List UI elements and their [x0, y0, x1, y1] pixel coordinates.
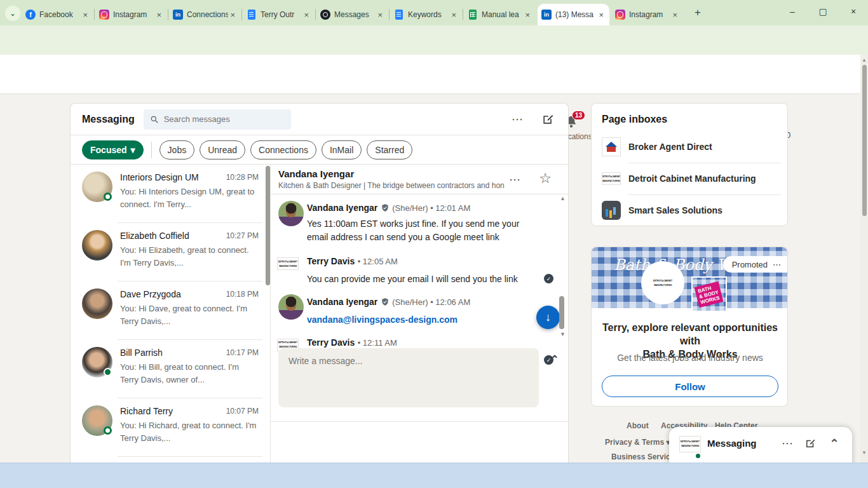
thread-overflow-button[interactable]: ⋯: [505, 170, 525, 190]
divider: [118, 456, 262, 457]
conversation-preview: You: Hi Interiors Design UM, great to co…: [120, 186, 257, 211]
tab-facebook[interactable]: f Facebook ×: [22, 4, 93, 25]
tab-label: Instagram: [629, 10, 670, 19]
thread-scrollbar[interactable]: [559, 296, 564, 329]
promoted-pill: Promoted ⋯: [723, 256, 787, 273]
filter-label: Connections: [259, 145, 308, 155]
tab-close-icon[interactable]: ×: [228, 10, 237, 20]
browser-toolbar: ← → ↻ linkedin.com/messaging/thread/2-OT…: [0, 25, 868, 55]
messages-search-input[interactable]: [164, 114, 278, 124]
thread-scroll-up-icon[interactable]: ▲: [560, 195, 566, 201]
tab-close-icon[interactable]: ×: [523, 10, 532, 20]
conversation-list-scrollbar[interactable]: [266, 166, 270, 285]
tab-close-icon[interactable]: ×: [81, 10, 90, 20]
overlay-compose-button[interactable]: [800, 433, 820, 454]
filter-label: Focused: [90, 145, 127, 155]
thread-scroll-down-icon[interactable]: ▼: [560, 331, 566, 337]
message-meta: • 12:11 AM: [358, 338, 397, 348]
ad-options-icon[interactable]: ⋯: [773, 260, 781, 269]
message-thread: Vandana Iyengar Kitchen & Bath Designer …: [271, 165, 569, 463]
conversation-time: 10:07 PM: [226, 407, 259, 416]
tab-keywords-doc[interactable]: Keywords ×: [390, 4, 462, 25]
filter-inmail[interactable]: InMail: [322, 140, 362, 159]
jump-to-latest-button[interactable]: ↓: [536, 306, 560, 329]
window-close-button[interactable]: ×: [839, 0, 868, 23]
tab-manual-sheet[interactable]: Manual lea ×: [464, 4, 536, 25]
conversation-preview: You: Hi Richard, great to connect. I'm T…: [120, 419, 257, 445]
filter-focused[interactable]: Focused▾: [82, 140, 144, 159]
filter-jobs[interactable]: Jobs: [159, 140, 195, 159]
messaging-filters: Focused▾ Jobs Unread Connections InMail …: [71, 135, 568, 165]
tab-label: Connections: [187, 10, 228, 19]
close-icon: ×: [851, 6, 856, 17]
tab-close-icon[interactable]: ×: [670, 10, 679, 20]
conversation-name: Interiors Design UM: [120, 172, 199, 182]
filter-unread[interactable]: Unread: [200, 140, 245, 159]
conversation-time: 10:18 PM: [226, 290, 259, 299]
facebook-icon: f: [25, 10, 36, 20]
scroll-up-icon[interactable]: ▲: [862, 57, 867, 63]
tab-close-icon[interactable]: ×: [376, 10, 384, 20]
compose-message-button[interactable]: [538, 109, 558, 130]
instagram-icon: [615, 10, 625, 20]
overlay-collapse-button[interactable]: ⌃: [824, 433, 844, 454]
tab-label: Keywords: [408, 10, 449, 19]
messages-search[interactable]: [144, 109, 291, 130]
tab-search-button[interactable]: ⌄: [5, 6, 20, 21]
conversation-elizabeth-coffield[interactable]: Elizabeth Coffield 10:27 PM You: Hi Eliz…: [71, 223, 270, 281]
conversation-name: Dave Przygoda: [120, 289, 181, 299]
conversation-interiors-design[interactable]: Interiors Design UM 10:28 PM You: Hi Int…: [71, 165, 270, 223]
filter-connections[interactable]: Connections: [250, 140, 316, 159]
minimize-icon: –: [790, 6, 795, 17]
email-link[interactable]: vandana@livingspaces-design.com: [307, 313, 458, 327]
conversation-bill-parrish[interactable]: Bill Parrish 10:17 PM You: Hi Bill, grea…: [71, 340, 270, 398]
inbox-broker-agent-direct[interactable]: Broker Agent Direct: [592, 132, 787, 163]
messaging-overflow-button[interactable]: ⋯: [507, 109, 527, 130]
footer-about[interactable]: About: [627, 421, 649, 430]
verified-shield-icon: [381, 203, 390, 212]
browser-tab-strip: ⌄ f Facebook × Instagram × in Connection…: [0, 0, 868, 25]
conversation-richard-terry[interactable]: Richard Terry 10:07 PM You: Hi Richard, …: [71, 398, 270, 457]
compose-area[interactable]: [278, 348, 539, 407]
inbox-detroit-cabinet[interactable]: DETROIT■CABINETMANUFACTURING Detroit Cab…: [592, 163, 787, 195]
footer-privacy-terms[interactable]: Privacy & Terms ▾: [605, 438, 670, 447]
tab-linkedin-messaging-active[interactable]: in (13) Messa ×: [538, 4, 609, 25]
conversation-preview: You: Hi Dave, great to connect. I'm Terr…: [120, 302, 257, 328]
tab-instagram[interactable]: Instagram ×: [95, 4, 167, 25]
tab-messages-chatgpt[interactable]: Messages ×: [316, 4, 388, 25]
linkedin-icon: in: [541, 10, 552, 20]
compose-input[interactable]: [288, 356, 529, 400]
tab-separator: [241, 9, 242, 20]
tab-close-icon[interactable]: ×: [597, 10, 606, 20]
chevron-up-icon: ⌃: [550, 353, 559, 365]
window-minimize-button[interactable]: –: [778, 0, 807, 23]
presence-ring-badge: [104, 193, 112, 201]
tab-terry-doc[interactable]: Terry Outr ×: [243, 4, 315, 25]
thread-star-button[interactable]: ☆: [535, 168, 555, 189]
new-tab-button[interactable]: +: [690, 5, 705, 20]
conversation-time: 10:27 PM: [226, 231, 259, 240]
filter-starred[interactable]: Starred: [367, 140, 412, 159]
chevron-down-icon: ⌄: [10, 9, 16, 18]
scroll-down-icon[interactable]: ▼: [862, 450, 867, 456]
compose-collapse-button[interactable]: ⌃: [548, 352, 562, 366]
inbox-smart-sales[interactable]: Smart Sales Solutions: [592, 195, 787, 227]
follow-button[interactable]: Follow: [602, 376, 778, 397]
filter-label: Unread: [208, 145, 237, 155]
tab-instagram-2[interactable]: Instagram ×: [611, 4, 683, 25]
smart-sales-logo: [602, 201, 621, 220]
conversation-name: Richard Terry: [120, 406, 173, 416]
conversation-time: 10:28 PM: [226, 173, 259, 182]
presence-ring-badge: [104, 426, 112, 435]
page-scrollbar-thumb[interactable]: [862, 65, 867, 216]
tab-close-icon[interactable]: ×: [154, 10, 163, 20]
compose-icon: [804, 438, 816, 449]
avatar: [278, 294, 304, 320]
overlay-overflow-button[interactable]: ⋯: [777, 433, 797, 454]
tab-close-icon[interactable]: ×: [449, 10, 458, 20]
presence-dot-badge: [104, 368, 112, 376]
window-maximize-button[interactable]: ▢: [808, 0, 837, 23]
tab-close-icon[interactable]: ×: [302, 10, 311, 20]
tab-connections[interactable]: in Connections ×: [169, 4, 241, 25]
conversation-dave-przygoda[interactable]: Dave Przygoda 10:18 PM You: Hi Dave, gre…: [71, 281, 270, 340]
